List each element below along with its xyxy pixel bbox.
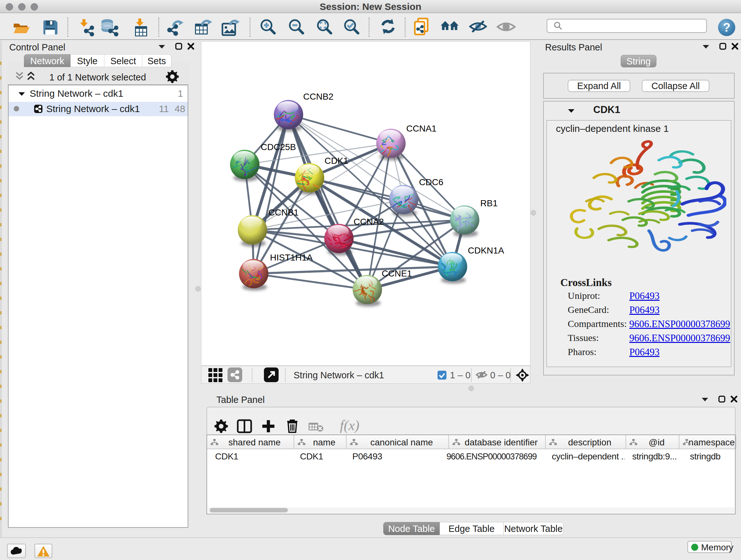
svg-text:RB1: RB1: [480, 198, 497, 208]
svg-text:CCNA2: CCNA2: [354, 217, 384, 227]
svg-text:CDC6: CDC6: [419, 177, 443, 187]
svg-text:CCNB1: CCNB1: [268, 207, 299, 217]
svg-text:CDK1: CDK1: [325, 156, 348, 166]
svg-text:CCNE1: CCNE1: [382, 268, 412, 278]
svg-text:CDKN1A: CDKN1A: [468, 246, 504, 255]
svg-text:CDC25B: CDC25B: [261, 142, 296, 152]
svg-text:CCNA1: CCNA1: [406, 124, 436, 133]
svg-text:HIST1H1A: HIST1H1A: [270, 253, 313, 262]
svg-text:CCNB2: CCNB2: [303, 91, 333, 102]
